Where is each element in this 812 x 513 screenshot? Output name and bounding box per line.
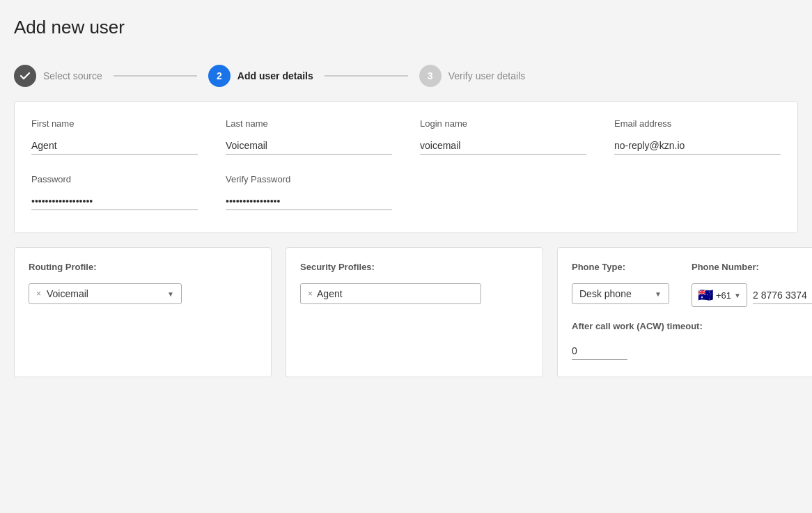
acw-section: After call work (ACW) timeout: — [572, 321, 812, 360]
user-details-form: First name Last name Login name Email ad… — [14, 101, 798, 233]
routing-tag-area: × Voicemail — [36, 288, 88, 299]
placeholder-group-4 — [614, 174, 781, 210]
phone-country-arrow-icon: ▼ — [734, 292, 741, 299]
stepper: Select source 2 Add user details 3 Verif… — [14, 58, 798, 101]
phone-type-title: Phone Type: — [572, 262, 669, 272]
phone-number-input[interactable] — [753, 287, 812, 304]
routing-profile-card: Routing Profile: × Voicemail ▼ — [14, 247, 272, 377]
first-name-group: First name — [31, 118, 198, 155]
form-row-1: First name Last name Login name Email ad… — [31, 118, 781, 155]
placeholder-group-3 — [420, 174, 586, 210]
security-profiles-title: Security Profiles: — [300, 262, 529, 272]
email-input[interactable] — [614, 137, 781, 155]
email-group: Email address — [614, 118, 781, 155]
routing-tag-remove[interactable]: × — [36, 289, 41, 299]
step-label-2: Add user details — [237, 70, 313, 81]
phone-type-group: Phone Type: Desk phone ▼ — [572, 262, 669, 304]
step-circle-1 — [14, 65, 36, 87]
step-circle-3: 3 — [419, 65, 442, 87]
phone-type-arrow-icon: ▼ — [655, 290, 662, 298]
phone-type-value: Desk phone — [579, 288, 632, 299]
email-label: Email address — [614, 118, 781, 129]
verify-password-input[interactable] — [226, 193, 392, 210]
security-tag-value: Agent — [317, 288, 343, 299]
phone-flag-select[interactable]: 🇦🇺 +61 ▼ — [692, 283, 747, 307]
security-profiles-input[interactable]: × Agent — [300, 283, 481, 304]
step-circle-2: 2 — [208, 65, 231, 87]
verify-password-group: Verify Password — [226, 174, 392, 210]
page-title: Add new user — [14, 17, 798, 38]
step-separator-2 — [325, 75, 408, 77]
phone-card: Phone Type: Desk phone ▼ Phone Number: 🇦… — [557, 247, 812, 377]
form-row-2: Password Verify Password — [31, 174, 781, 210]
first-name-label: First name — [31, 118, 198, 129]
security-profiles-card: Security Profiles: × Agent — [286, 247, 543, 377]
step-verify-user-details: 3 Verify user details — [419, 65, 526, 87]
step-label-1: Select source — [43, 70, 102, 81]
step-add-user-details: 2 Add user details — [208, 65, 313, 87]
routing-dropdown-arrow-icon: ▼ — [167, 290, 174, 298]
verify-password-label: Verify Password — [226, 174, 392, 184]
flag-icon: 🇦🇺 — [698, 287, 713, 303]
step-separator-1 — [114, 75, 197, 77]
login-name-label: Login name — [420, 118, 586, 129]
routing-profile-dropdown[interactable]: × Voicemail ▼ — [29, 283, 182, 304]
first-name-input[interactable] — [31, 137, 198, 155]
phone-top-row: Phone Type: Desk phone ▼ Phone Number: 🇦… — [572, 262, 812, 307]
password-label: Password — [31, 174, 198, 184]
step-label-3: Verify user details — [448, 70, 526, 81]
country-code: +61 — [716, 290, 731, 301]
login-name-group: Login name — [420, 118, 586, 155]
phone-number-title: Phone Number: — [692, 262, 812, 272]
bottom-cards-row: Routing Profile: × Voicemail ▼ Security … — [14, 247, 798, 377]
routing-profile-title: Routing Profile: — [29, 262, 257, 272]
security-tag: × Agent — [308, 288, 343, 299]
phone-number-group: Phone Number: 🇦🇺 +61 ▼ — [692, 262, 812, 307]
password-input[interactable] — [31, 193, 198, 210]
step-select-source: Select source — [14, 65, 102, 87]
login-name-input[interactable] — [420, 137, 586, 155]
acw-input[interactable] — [572, 342, 627, 360]
acw-label: After call work (ACW) timeout: — [572, 321, 812, 331]
last-name-input[interactable] — [226, 137, 392, 155]
phone-type-dropdown[interactable]: Desk phone ▼ — [572, 283, 669, 304]
phone-number-input-row: 🇦🇺 +61 ▼ — [692, 283, 812, 307]
routing-profile-value: Voicemail — [47, 288, 88, 299]
security-tag-remove[interactable]: × — [308, 289, 313, 299]
password-group: Password — [31, 174, 198, 210]
last-name-group: Last name — [226, 118, 392, 155]
last-name-label: Last name — [226, 118, 392, 129]
checkmark-icon — [19, 70, 31, 81]
